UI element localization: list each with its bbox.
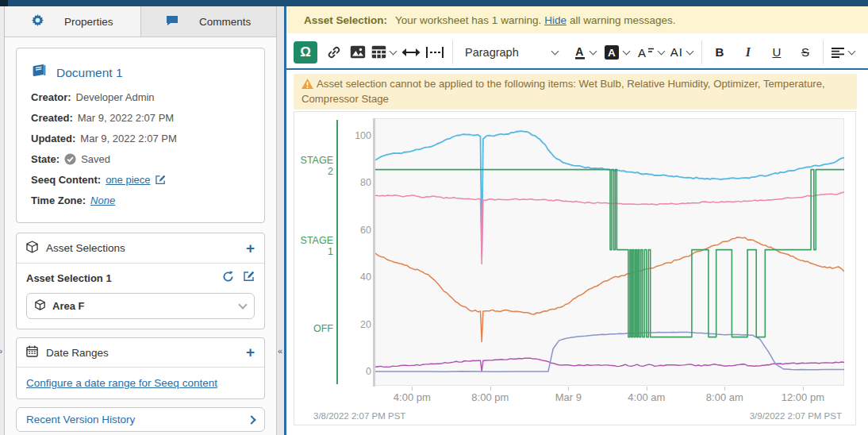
range-start-stamp: 3/8/2022 2:07 PM PST [313, 411, 405, 421]
series-orange-line[interactable] [375, 237, 844, 342]
edit-icon[interactable] [156, 175, 166, 185]
add-asset-selection-button[interactable]: + [246, 243, 255, 254]
insert-seeq-content-button[interactable]: Ω [294, 41, 317, 64]
comment-icon [166, 15, 179, 29]
x-axis-tick [490, 387, 491, 391]
y-axis-tick-label: 40 [340, 271, 371, 283]
updated-label: Updated: [31, 133, 75, 144]
x-axis-tick [803, 387, 804, 391]
font-family-label: AI [670, 45, 683, 59]
creator-value: Developer Admin [76, 91, 155, 103]
calendar-icon [26, 345, 38, 360]
bold-button[interactable]: B [709, 40, 730, 64]
chevron-right-icon [247, 415, 255, 424]
underline-label: U [772, 45, 781, 59]
tab-properties[interactable]: Properties [5, 6, 141, 37]
link-icon[interactable] [324, 40, 344, 64]
stage-axis-label: STAGE 1 [294, 235, 333, 257]
chevron-down-icon [847, 47, 855, 55]
x-axis-tick-label: 8:00 pm [471, 391, 509, 403]
document-editor-pane: Asset Selection: Your worksheet has 1 wa… [286, 6, 868, 435]
creator-label: Creator: [31, 91, 71, 103]
tab-comments-label: Comments [199, 16, 251, 28]
chevron-down-icon [390, 47, 398, 55]
asset-selections-header: Asset Selections [46, 242, 125, 254]
recent-version-history-button[interactable]: Recent Version History [16, 407, 265, 432]
chevron-down-icon [622, 47, 630, 55]
svg-text:A: A [638, 45, 646, 59]
panel-tabbar: Properties Comments [5, 6, 276, 37]
asset-cube-icon-small [35, 299, 45, 313]
x-axis-tick-label: 4:00 am [628, 391, 665, 403]
expand-left-panel-arrow[interactable]: » [0, 346, 2, 356]
add-date-range-button[interactable]: + [246, 347, 255, 358]
bold-label: B [715, 45, 724, 59]
font-color-dropdown[interactable]: A [574, 40, 597, 64]
underline-button[interactable]: U [766, 40, 787, 64]
horizontal-line-icon[interactable] [401, 40, 421, 64]
trend-chart[interactable]: 3/8/2022 2:07 PM PST 3/9/2022 2:07 PM PS… [294, 111, 856, 425]
plot-area[interactable] [375, 118, 844, 386]
y-axis-tick-label: 100 [340, 130, 371, 141]
properties-panel: Properties Comments Document 1 Creator:D… [5, 6, 276, 435]
x-axis-tick-label: 12:00 pm [782, 391, 824, 403]
font-background-dropdown[interactable]: A [604, 40, 631, 64]
svg-text:A: A [608, 47, 616, 59]
text-align-dropdown[interactable] [831, 40, 856, 64]
saved-check-icon [64, 153, 76, 165]
hide-warnings-link[interactable]: Hide [544, 14, 567, 26]
stage-axis-label: STAGE 2 [294, 155, 333, 177]
worksheet-warning-banner: Asset Selection: Your worksheet has 1 wa… [286, 6, 868, 33]
tab-comments[interactable]: Comments [141, 6, 277, 37]
y-axis-tick-label: 0 [340, 366, 371, 377]
document-info-card: Document 1 Creator:Developer Admin Creat… [16, 48, 265, 223]
x-axis-tick-label: 8:00 am [706, 391, 743, 403]
state-label: State: [31, 153, 60, 165]
insert-image-icon[interactable] [348, 40, 368, 64]
chevron-down-icon [657, 47, 665, 55]
refresh-icon[interactable] [222, 271, 234, 285]
x-axis-tick-label: 4:00 pm [394, 391, 431, 403]
gear-icon [32, 14, 44, 29]
x-axis-tick [724, 387, 725, 391]
time-zone-link[interactable]: None [90, 194, 115, 206]
insert-table-button[interactable] [371, 40, 398, 64]
created-label: Created: [31, 112, 73, 124]
configure-date-range-link[interactable]: Configure a date range for Seeq content [26, 377, 217, 389]
selected-asset-label: Area F [52, 300, 84, 312]
asset-cube-icon [26, 241, 38, 256]
warning-triangle-icon [301, 79, 313, 89]
y-axis-tick-label: 20 [340, 319, 371, 330]
banner-suffix: all warning messages. [570, 14, 676, 26]
x-axis-tick [412, 387, 413, 391]
strikethrough-button[interactable]: S [795, 40, 816, 64]
x-axis-tick [568, 387, 569, 391]
asset-selection-warning: Asset selection cannot be applied to the… [294, 74, 857, 110]
date-ranges-header: Date Ranges [46, 347, 109, 359]
asset-selections-card: Asset Selections + Asset Selection 1 Are… [16, 233, 265, 329]
series-compressor-stage-step[interactable] [375, 170, 844, 337]
page-break-icon[interactable] [424, 40, 445, 64]
x-axis-tick [647, 387, 647, 391]
paragraph-style-dropdown[interactable]: Paragraph [460, 40, 564, 64]
state-value: Saved [81, 153, 110, 165]
stage-axis-line [336, 120, 338, 384]
banner-prefix: Asset Selection: [304, 14, 387, 26]
asset-select-dropdown[interactable]: Area F [26, 293, 255, 319]
journal-icon [31, 64, 47, 81]
collapse-left-panel-arrow[interactable]: « [278, 346, 282, 356]
font-family-dropdown[interactable]: AI [670, 40, 694, 64]
edit-selection-icon[interactable] [244, 271, 255, 285]
stage-axis-label: OFF [294, 323, 333, 334]
time-zone-label: Time Zone: [31, 194, 86, 206]
chevron-down-icon [686, 47, 693, 55]
seeq-content-link[interactable]: one piece [106, 174, 150, 186]
tab-properties-label: Properties [64, 16, 113, 28]
font-size-dropdown[interactable]: A [637, 40, 666, 64]
y-axis-tick-label: 80 [340, 177, 371, 188]
asset-selection-name: Asset Selection 1 [26, 272, 112, 284]
chevron-down-icon [551, 47, 559, 55]
italic-button[interactable]: I [738, 40, 759, 64]
seeq-content-label: Seeq Content: [31, 174, 101, 186]
banner-message: Your worksheet has 1 warning. [395, 14, 541, 26]
